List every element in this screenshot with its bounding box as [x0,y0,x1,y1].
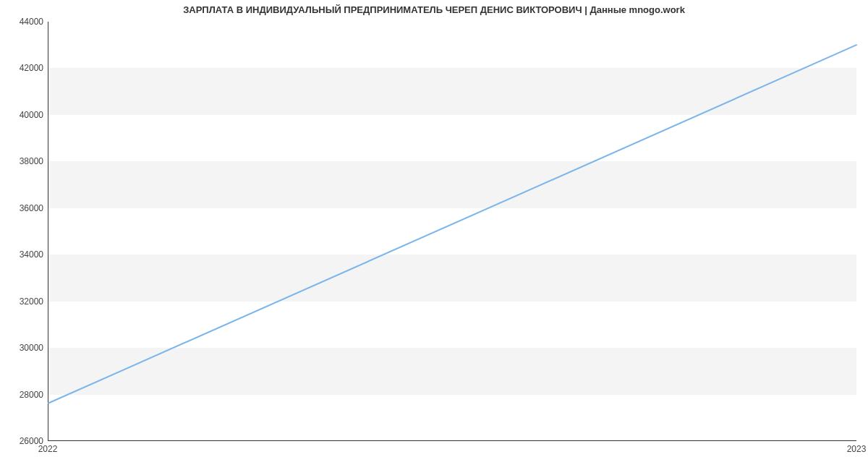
y-tick-label: 36000 [3,203,43,213]
y-tick-label: 30000 [3,343,43,353]
y-tick-label: 32000 [3,296,43,307]
plot-area [48,22,856,441]
y-tick-label: 34000 [3,249,43,260]
series-line [48,45,856,403]
x-tick-label: 2023 [847,444,867,454]
y-tick-label: 26000 [3,436,43,446]
x-tick-label: 2022 [38,444,58,454]
y-tick-label: 38000 [3,156,43,166]
y-tick-label: 42000 [3,63,43,73]
y-tick-label: 28000 [3,390,43,400]
chart-title: ЗАРПЛАТА В ИНДИВИДУАЛЬНЫЙ ПРЕДПРИНИМАТЕЛ… [0,4,868,15]
line-layer [48,22,856,440]
y-tick-label: 44000 [3,17,43,27]
chart-container: ЗАРПЛАТА В ИНДИВИДУАЛЬНЫЙ ПРЕДПРИНИМАТЕЛ… [0,0,868,470]
y-tick-label: 40000 [3,110,43,120]
